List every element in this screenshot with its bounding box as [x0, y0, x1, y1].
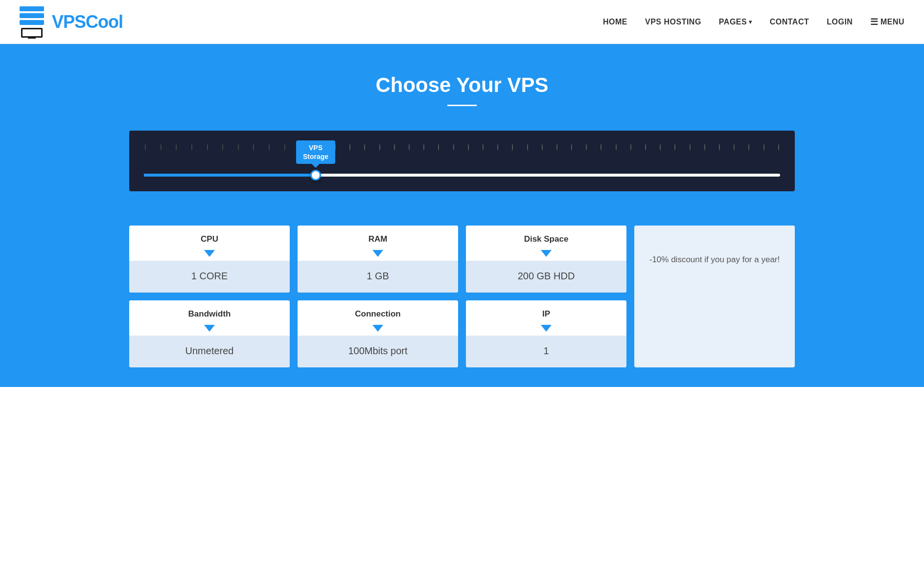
svg-marker-4	[372, 325, 383, 332]
bandwidth-arrow	[129, 323, 290, 336]
disk-card: Disk Space 200 GB HDD	[466, 226, 626, 293]
nav-vps-hosting[interactable]: VPS HOSTING	[645, 18, 701, 26]
ip-value: 1	[466, 336, 626, 367]
slider-label-area: VPS Storage	[144, 144, 780, 169]
disk-label: Disk Space	[466, 226, 626, 248]
pages-dropdown-arrow: ▾	[749, 19, 752, 25]
ram-card: RAM 1 GB	[298, 226, 458, 293]
hero-divider	[447, 105, 477, 106]
disk-arrow	[466, 248, 626, 261]
cpu-value: 1 CORE	[129, 261, 290, 293]
nav-pages[interactable]: PAGES ▾	[719, 18, 752, 26]
ip-label: IP	[466, 300, 626, 323]
svg-marker-5	[541, 325, 552, 332]
nav: HOME VPS HOSTING PAGES ▾ CONTACT LOGIN ☰…	[603, 17, 904, 27]
svg-marker-1	[372, 250, 383, 257]
connection-value: 100Mbits port	[298, 336, 458, 367]
disk-value: 200 GB HDD	[466, 261, 626, 293]
logo[interactable]: VPSCool	[20, 6, 123, 38]
slider-track-wrapper	[144, 174, 780, 177]
svg-marker-3	[204, 325, 215, 332]
connection-label: Connection	[298, 300, 458, 323]
hamburger-icon: ☰	[870, 17, 878, 27]
cpu-arrow	[129, 248, 290, 261]
connection-card: Connection 100Mbits port	[298, 300, 458, 367]
bandwidth-value: Unmetered	[129, 336, 290, 367]
bandwidth-card: Bandwidth Unmetered	[129, 300, 290, 367]
discount-text: -10% discount if you pay for a year!	[634, 226, 795, 294]
header: VPSCool HOME VPS HOSTING PAGES ▾ CONTACT…	[0, 0, 924, 44]
nav-menu[interactable]: ☰ MENU	[870, 17, 904, 27]
svg-marker-0	[204, 250, 215, 257]
specs-section: CPU 1 CORE RAM 1 GB Disk Space 200 GB HD…	[0, 211, 924, 387]
hero-title: Choose Your VPS	[375, 73, 548, 97]
cpu-label: CPU	[129, 226, 290, 248]
ip-card: IP 1	[466, 300, 626, 367]
ram-arrow	[298, 248, 458, 261]
svg-marker-2	[541, 250, 552, 257]
ip-arrow	[466, 323, 626, 336]
ram-value: 1 GB	[298, 261, 458, 293]
slider-tooltip: VPS Storage	[296, 140, 335, 164]
discount-card: -10% discount if you pay for a year!	[634, 226, 795, 367]
hero-section: Choose Your VPS	[0, 44, 924, 211]
cpu-card: CPU 1 CORE	[129, 226, 290, 293]
nav-login[interactable]: LOGIN	[827, 18, 853, 26]
ram-label: RAM	[298, 226, 458, 248]
nav-contact[interactable]: CONTACT	[770, 18, 809, 26]
logo-text: VPSCool	[52, 12, 123, 32]
slider-container: VPS Storage	[129, 131, 795, 191]
connection-arrow	[298, 323, 458, 336]
bandwidth-label: Bandwidth	[129, 300, 290, 323]
nav-home[interactable]: HOME	[603, 18, 627, 26]
